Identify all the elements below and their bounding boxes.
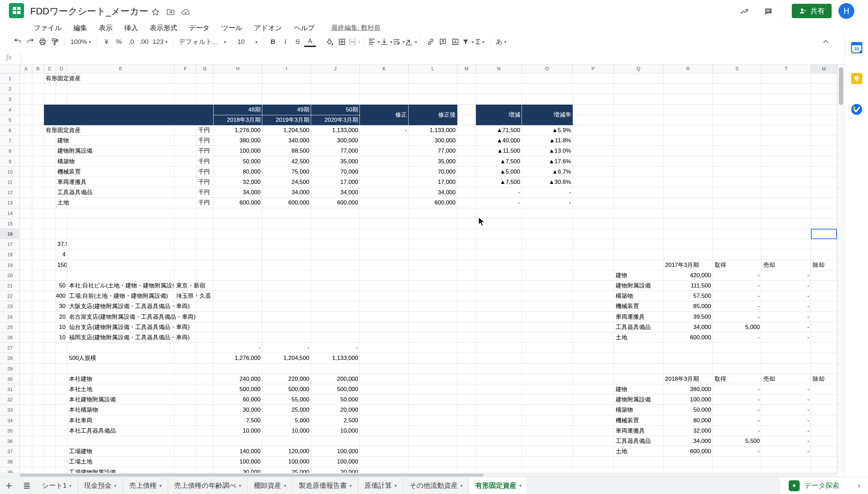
row-header-17[interactable]: 17 (0, 239, 20, 249)
cell-D7[interactable]: 建物 (56, 136, 69, 146)
cell-J6[interactable]: 1,133,000 (311, 125, 360, 136)
cell-N6[interactable]: ▲71,500 (476, 125, 522, 136)
sheet-tab-シート1[interactable]: シート1▾ (36, 477, 78, 494)
cell-T26[interactable]: - (762, 332, 811, 343)
cell-J39[interactable]: 20,000 (311, 467, 360, 473)
filter-button[interactable]: ▾ (461, 36, 474, 48)
cell-T32[interactable]: - (762, 395, 811, 405)
last-edited-link[interactable]: 最終編集: 数秒前 (331, 23, 381, 32)
undo-button[interactable] (12, 36, 24, 48)
explore-button[interactable]: ✦ データ探索 › (779, 477, 868, 494)
cell-I35[interactable]: 10,000 (262, 426, 311, 436)
merge-cells-button[interactable]: ▾ (348, 36, 361, 48)
font-size-select[interactable]: 10▾ (236, 36, 260, 48)
cell-L12[interactable]: 34,000 (409, 187, 457, 198)
cell-O13[interactable]: - (522, 198, 573, 208)
strikethrough-button[interactable]: S (292, 36, 304, 48)
insert-comment-button[interactable] (437, 36, 449, 48)
cell-F22[interactable]: 埼玉県・久喜 (174, 291, 211, 301)
column-header-S[interactable]: S (713, 64, 762, 73)
cell-R34[interactable]: 80,000 (663, 415, 713, 426)
font-family-select[interactable]: デフォルト...▾ (177, 36, 228, 48)
format-percent-button[interactable]: % (113, 36, 125, 48)
cell-R30[interactable]: 2018年3月期 (663, 374, 699, 384)
cell-D9[interactable]: 構築物 (56, 156, 75, 167)
row-header-21[interactable]: 21 (0, 281, 20, 291)
cell-I4[interactable]: 49期 (262, 105, 311, 115)
spreadsheet-grid[interactable]: ABCDEFGHIJKLMNOPQRSTU1234567891011121314… (0, 64, 837, 473)
cell-I13[interactable]: 600,000 (262, 198, 311, 208)
row-header-9[interactable]: 9 (0, 156, 20, 167)
cell-O10[interactable]: ▲6.7% (522, 167, 573, 177)
cell-I37[interactable]: 120,000 (262, 446, 311, 457)
horizontal-align-button[interactable]: ▾ (368, 36, 380, 48)
cell-L6[interactable]: 1,133,000 (409, 125, 457, 136)
cell-D10[interactable]: 機械装置 (56, 167, 81, 177)
cell-D11[interactable]: 車両運搬具 (56, 177, 87, 187)
cell-H31[interactable]: 500,000 (214, 384, 262, 395)
cell-R20[interactable]: 420,000 (663, 270, 713, 281)
cell-L9[interactable]: 35,000 (409, 156, 457, 167)
cell-S22[interactable]: - (713, 291, 762, 301)
cell-J8[interactable]: 77,000 (311, 146, 360, 156)
cell-H30[interactable]: 240,000 (214, 374, 262, 384)
cell-G11[interactable]: 千円 (196, 177, 210, 187)
cell-I33[interactable]: 25,000 (262, 405, 311, 415)
cell-E28[interactable]: 500人規模 (67, 353, 96, 363)
cell-R35[interactable]: 32,000 (663, 426, 713, 436)
cell-R33[interactable]: 50,000 (663, 405, 713, 415)
cell-O11[interactable]: ▲30.6% (522, 177, 573, 187)
cell-D13[interactable]: 土地 (56, 198, 69, 208)
row-header-34[interactable]: 34 (0, 415, 20, 426)
text-wrap-button[interactable]: ▾ (392, 36, 405, 48)
menu-5[interactable]: 表示形式 (150, 23, 177, 33)
tab-dropdown-icon[interactable]: ▾ (350, 483, 352, 488)
cell-R31[interactable]: 380,000 (663, 384, 713, 395)
cell-N13[interactable]: - (476, 198, 522, 208)
tab-dropdown-icon[interactable]: ▾ (395, 483, 397, 488)
cell-D19[interactable]: 1500 (56, 260, 67, 270)
cell-H34[interactable]: 7,500 (214, 415, 262, 426)
input-tools-button[interactable]: あ▾ (494, 36, 509, 48)
cell-N12[interactable]: - (476, 187, 522, 198)
cell-U19[interactable]: 除却 (811, 260, 824, 270)
insert-link-button[interactable] (424, 36, 437, 48)
add-sheet-button[interactable] (0, 477, 18, 494)
cell-T20[interactable]: - (762, 270, 811, 281)
cell-D17[interactable]: 37.5 (56, 239, 67, 249)
cell-I6[interactable]: 1,204,500 (262, 125, 311, 136)
cell-H32[interactable]: 60,000 (214, 395, 262, 405)
row-header-39[interactable]: 39 (0, 467, 20, 473)
column-header-O[interactable]: O (522, 64, 573, 73)
cell-J30[interactable]: 200,000 (311, 374, 360, 384)
menu-7[interactable]: ツール (221, 23, 242, 33)
row-header-29[interactable]: 29 (0, 364, 20, 374)
cell-H27[interactable]: - (214, 343, 262, 353)
tab-dropdown-icon[interactable]: ▾ (239, 483, 241, 488)
cell-L11[interactable]: 17,000 (409, 177, 457, 187)
cell-I38[interactable]: 100,000 (262, 457, 311, 467)
cell-C1[interactable]: 有形固定資産 (44, 73, 81, 84)
cell-T25[interactable]: - (762, 322, 811, 332)
share-button[interactable]: 共有 (792, 4, 832, 18)
insights-icon[interactable] (740, 7, 749, 16)
cell-J13[interactable]: 600,000 (311, 198, 360, 208)
cell-T23[interactable]: - (762, 301, 811, 311)
column-header-I[interactable]: I (262, 64, 311, 73)
cell-G9[interactable]: 千円 (196, 156, 210, 167)
cell-D24[interactable]: 20 (56, 312, 67, 322)
cell-G8[interactable]: 千円 (196, 146, 210, 156)
star-icon[interactable] (151, 8, 160, 16)
cell-O7[interactable]: ▲11.8% (522, 136, 573, 146)
cell-J33[interactable]: 20,000 (311, 405, 360, 415)
cell-H5[interactable]: 2018年3月期 (214, 115, 262, 125)
cell-S32[interactable]: - (713, 395, 762, 405)
cell-H39[interactable]: 30,000 (214, 467, 262, 473)
cell-E32[interactable]: 本社建物附属設備 (67, 395, 116, 405)
cell-D21[interactable]: 50 (56, 281, 67, 291)
cell-L4[interactable]: 修正後 (409, 105, 457, 125)
cell-D8[interactable]: 建物附属設備 (56, 146, 92, 156)
row-header-32[interactable]: 32 (0, 395, 20, 405)
cell-E34[interactable]: 本社車両 (67, 415, 92, 426)
column-header-Q[interactable]: Q (614, 64, 663, 73)
